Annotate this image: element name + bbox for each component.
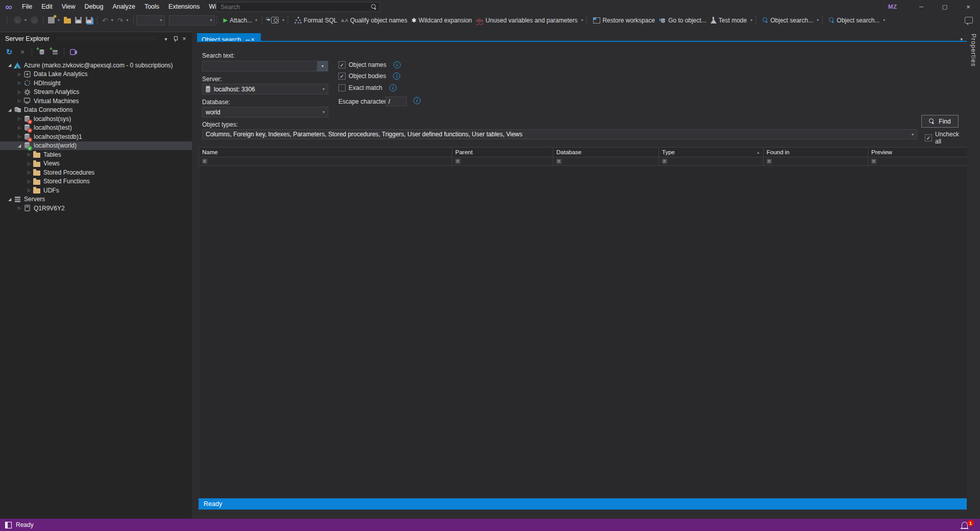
collapsed-arrow-icon[interactable]: ▷ <box>26 161 33 166</box>
tree-item-servers[interactable]: ◢ Servers <box>0 195 192 204</box>
tree-item-localhost-sys[interactable]: ▷ × localhost(sys) <box>0 114 192 124</box>
column-header-found-in[interactable]: Found in <box>764 148 868 157</box>
search-text-dropdown-button[interactable]: ▾ <box>317 61 328 71</box>
tree-item-localhost-world[interactable]: ◢ ✓ localhost(world) <box>0 141 192 151</box>
overflow-chevron[interactable]: ▾ <box>282 18 284 22</box>
back-dropdown[interactable]: ▾ <box>24 18 27 22</box>
menu-file[interactable]: File <box>17 0 37 14</box>
tree-item-data-connections[interactable]: ◢ Data Connections <box>0 106 192 115</box>
close-button[interactable]: × <box>957 0 980 14</box>
minimize-button[interactable]: ─ <box>910 0 933 14</box>
menu-extensions[interactable]: Extensions <box>164 0 204 14</box>
search-text-combo[interactable]: ▾ <box>202 61 328 71</box>
toolbar-grip[interactable] <box>755 16 758 24</box>
platform-combo[interactable]: ▾ <box>169 15 215 26</box>
unused-variables-button[interactable]: abcUnused variables and parameters <box>474 15 580 26</box>
collapsed-arrow-icon[interactable]: ▷ <box>16 90 23 94</box>
expanded-arrow-icon[interactable]: ◢ <box>6 108 13 112</box>
window-position-menu[interactable]: ▾ <box>161 34 170 43</box>
tree-item-stored-procedures[interactable]: ▷ Stored Procedures <box>0 168 192 177</box>
navigate-forward-icon[interactable]: → <box>31 16 38 24</box>
toolbar-grip[interactable] <box>7 16 9 24</box>
overflow-chevron[interactable]: ▾ <box>817 18 819 22</box>
collapsed-arrow-icon[interactable]: ▷ <box>16 126 23 130</box>
overflow-chevron[interactable]: ▾ <box>750 18 752 22</box>
format-sql-button[interactable]: Format SQL <box>292 15 339 26</box>
quick-search-input[interactable] <box>219 3 371 11</box>
column-header-type[interactable]: Type▲ <box>659 148 764 157</box>
toolbar-grip[interactable] <box>216 16 219 24</box>
tree-item-data-lake-analytics[interactable]: ▷ Data Lake Analytics <box>0 70 192 79</box>
object-search-button-2[interactable]: Object search... <box>827 15 881 26</box>
info-icon[interactable]: i <box>393 73 400 80</box>
expanded-arrow-icon[interactable]: ◢ <box>6 197 13 202</box>
panel-drag-grip[interactable] <box>57 37 158 41</box>
filter-cell-name[interactable]: ≡ <box>199 157 452 165</box>
attach-button[interactable]: ▶Attach...▾ <box>222 15 260 26</box>
restore-workspace-button[interactable]: Restore workspace <box>591 15 657 26</box>
tree-item-virtual-machines[interactable]: ▷ Virtual Machines <box>0 96 192 106</box>
object-names-checkbox[interactable]: ✓ <box>338 61 346 68</box>
tree-item-stored-functions[interactable]: ▷ Stored Functions <box>0 177 192 186</box>
menu-analyze[interactable]: Analyze <box>108 0 139 14</box>
save-button[interactable] <box>73 15 84 26</box>
toolbar-grip[interactable] <box>822 16 824 24</box>
object-types-combo[interactable]: Columns, Foreign key, Indexes, Parameter… <box>202 129 917 139</box>
database-combo[interactable]: world ▾ <box>202 107 328 117</box>
expanded-arrow-icon[interactable]: ◢ <box>6 63 13 67</box>
escape-character-input[interactable] <box>385 96 407 106</box>
filter-cell-database[interactable]: ≡ <box>553 157 659 165</box>
collapsed-arrow-icon[interactable]: ▷ <box>16 81 23 85</box>
toolbar-grip[interactable] <box>287 16 290 24</box>
server-explorer-header[interactable]: Server Explorer ▾ × <box>0 32 192 45</box>
collapsed-arrow-icon[interactable]: ▷ <box>16 134 23 139</box>
quick-search-box[interactable] <box>216 2 380 12</box>
collapsed-arrow-icon[interactable]: ▷ <box>26 188 33 192</box>
menu-view[interactable]: View <box>57 0 80 14</box>
qualify-object-names-button[interactable]: a.AQualify object names <box>339 15 409 26</box>
auto-hide-pin-button[interactable] <box>170 34 180 43</box>
collapsed-arrow-icon[interactable]: ▷ <box>16 116 23 121</box>
tree-item-azure[interactable]: ◢ Azure (marko.zivkovic@apexsql.com - 0 … <box>0 61 192 70</box>
tree-item-udfs[interactable]: ▷ UDFs <box>0 186 192 195</box>
expanded-arrow-icon[interactable]: ◢ <box>16 143 23 148</box>
search-text-input[interactable] <box>206 62 325 70</box>
user-avatar[interactable]: MZ <box>888 0 897 14</box>
column-header-name[interactable]: Name <box>199 148 452 157</box>
collapsed-arrow-icon[interactable]: ▷ <box>26 152 33 157</box>
info-icon[interactable]: i <box>413 97 421 104</box>
collapsed-arrow-icon[interactable]: ▷ <box>26 179 33 184</box>
tree-item-localhost-testdb1[interactable]: ▷ × localhost(testdb)1 <box>0 132 192 141</box>
maximize-button[interactable]: ▢ <box>933 0 957 14</box>
connect-to-database-button[interactable]: + <box>36 47 46 57</box>
column-header-parent[interactable]: Parent <box>452 148 553 157</box>
stop-refresh-button[interactable]: × <box>17 47 28 57</box>
panel-splitter[interactable] <box>192 27 197 519</box>
overflow-chevron[interactable]: ▾ <box>883 18 885 22</box>
notification-badge[interactable]: 1 <box>967 520 974 526</box>
go-to-object-button[interactable]: Go to object... <box>657 15 708 26</box>
tree-item-localhost-test[interactable]: ▷ × localhost(test) <box>0 124 192 133</box>
tree-item-stream-analytics[interactable]: ▷ Stream Analytics <box>0 88 192 97</box>
menu-tools[interactable]: Tools <box>140 0 164 14</box>
navigate-back-icon[interactable]: ← <box>14 16 21 24</box>
redo-button[interactable]: ↷▾ <box>115 15 131 26</box>
screenshot-button[interactable] <box>269 15 281 26</box>
info-icon[interactable]: i <box>394 61 401 68</box>
server-combo[interactable]: localhost: 3306 ▾ <box>202 84 328 94</box>
column-header-database[interactable]: Database <box>553 148 659 157</box>
properties-tool-tab[interactable]: Properties <box>970 34 977 67</box>
tree-item-views[interactable]: ▷ Views <box>0 159 192 168</box>
filter-cell-parent[interactable]: ≡ <box>452 157 553 165</box>
object-search-button-1[interactable]: Object search... <box>761 15 815 26</box>
connect-to-server-button[interactable]: + <box>50 47 60 57</box>
notifications-area[interactable]: 1 <box>962 522 975 528</box>
collapsed-arrow-icon[interactable]: ▷ <box>16 72 23 77</box>
tree-item-hdinsight[interactable]: ▷ HDInsight <box>0 79 192 88</box>
menu-edit[interactable]: Edit <box>37 0 57 14</box>
tree-item-q1r9v6y2[interactable]: ▷ Q1R9V6Y2 <box>0 204 192 213</box>
undo-button[interactable]: ↶▾ <box>100 15 115 26</box>
configuration-combo[interactable]: ▾ <box>136 15 165 26</box>
send-feedback-icon[interactable] <box>965 17 973 23</box>
collapsed-arrow-icon[interactable]: ▷ <box>16 206 23 210</box>
